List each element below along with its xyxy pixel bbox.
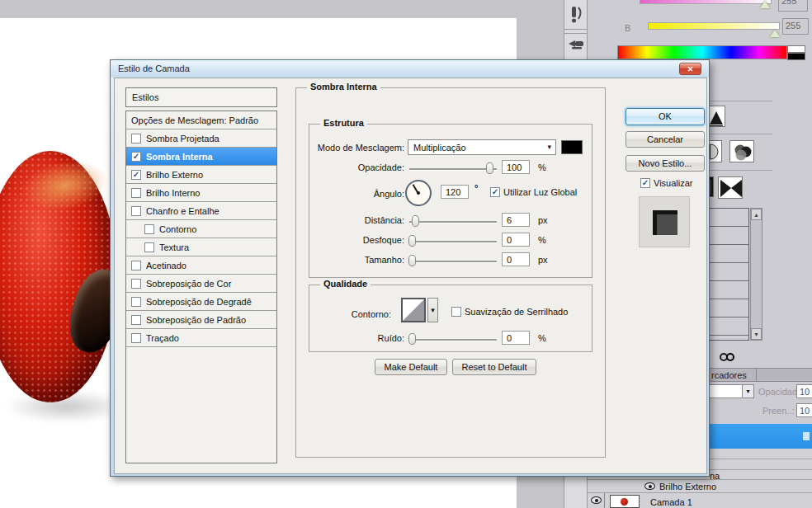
preview-checkbox[interactable]: ✓ — [640, 178, 650, 188]
layers-opacity-text: 10 — [800, 387, 810, 397]
style-list-item[interactable]: ✓Brilho Externo — [126, 166, 276, 184]
antialias-checkbox[interactable] — [451, 307, 461, 317]
style-list-item[interactable]: Traçado — [126, 329, 276, 347]
style-list-item[interactable]: Sobreposição de Cor — [126, 275, 276, 293]
distance-label: Distância: — [310, 215, 404, 225]
opacity-slider-track[interactable] — [409, 168, 497, 170]
style-list-item[interactable]: ✓Sombra Interna — [126, 148, 276, 166]
noise-value-box[interactable]: 0 — [502, 331, 530, 345]
eye-column — [589, 493, 605, 508]
style-item-checkbox[interactable]: ✓ — [131, 170, 141, 180]
opacity-value-text: 100 — [507, 162, 522, 172]
style-list-item[interactable]: Sobreposição de Degradê — [126, 293, 276, 311]
size-slider-track[interactable] — [409, 261, 497, 262]
styles-header-box[interactable]: Estilos — [125, 87, 277, 107]
eye-icon[interactable] — [644, 482, 655, 490]
history-brush-tool-icon[interactable] — [569, 5, 583, 25]
style-list-item[interactable]: Sombra Projetada — [126, 129, 276, 148]
distance-value-box[interactable]: 6 — [502, 213, 530, 227]
layer-name[interactable]: Camada 1 — [650, 497, 692, 507]
color-slider-thumb-top[interactable] — [760, 1, 770, 8]
style-item-checkbox[interactable] — [131, 279, 141, 289]
use-global-light-checkbox[interactable]: ✓ — [490, 187, 500, 197]
noise-slider-thumb[interactable] — [408, 333, 416, 345]
adjustment-gradient-map-icon[interactable] — [718, 176, 743, 199]
layers-fill-value[interactable]: 10 — [796, 403, 812, 417]
angle-dial[interactable] — [405, 180, 432, 206]
style-list-item[interactable]: Acetinado — [126, 256, 276, 275]
choke-slider-thumb[interactable] — [408, 235, 416, 247]
inner-shadow-section-title: Sombra Interna — [307, 82, 380, 92]
blend-options-row[interactable]: Opções de Mesclagem: Padrão — [126, 111, 276, 129]
style-list-item[interactable]: Brilho Interno — [126, 184, 276, 202]
new-style-button[interactable]: Novo Estilo... — [626, 155, 705, 172]
tab-demarcadores[interactable]: rcadores — [711, 370, 747, 380]
blend-mode-value: Multiplicação — [413, 143, 466, 153]
distance-unit: px — [538, 215, 548, 225]
opacity-value-box[interactable]: 100 — [502, 160, 530, 174]
eye-icon[interactable] — [591, 496, 602, 504]
outer-glow-effect-row[interactable]: Brilho Externo — [659, 482, 716, 492]
b-slider-track[interactable] — [648, 22, 780, 30]
style-item-checkbox[interactable] — [131, 188, 141, 198]
contour-dropdown-arrow[interactable]: ▾ — [427, 298, 438, 322]
close-button[interactable]: ✕ — [679, 63, 701, 75]
reset-to-default-button[interactable]: Reset to Default — [452, 359, 536, 375]
b-slider-thumb[interactable] — [770, 30, 780, 37]
angle-value-text: 120 — [446, 187, 460, 197]
style-item-checkbox[interactable] — [131, 134, 141, 143]
style-item-checkbox[interactable]: ✓ — [131, 152, 141, 162]
make-default-button[interactable]: Make Default — [375, 359, 447, 375]
choke-value-box[interactable]: 0 — [502, 233, 530, 247]
contour-picker[interactable] — [401, 298, 426, 322]
style-list-item[interactable]: Chanfro e Entalhe — [126, 202, 276, 220]
style-list-item[interactable]: Sobreposição de Padrão — [126, 311, 276, 329]
row-divider — [588, 492, 812, 493]
color-value-top[interactable]: 255 — [778, 0, 808, 12]
size-value-box[interactable]: 0 — [502, 252, 530, 266]
distance-slider-thumb[interactable] — [412, 215, 419, 227]
scroll-down-arrow[interactable]: ▼ — [751, 328, 762, 340]
blend-mode-label: Modo de Mesclagem: — [310, 143, 404, 153]
distance-slider-track[interactable] — [409, 221, 497, 223]
style-item-label: Sombra Interna — [146, 152, 213, 162]
style-list-item[interactable]: Contorno — [126, 220, 276, 238]
style-list-item[interactable]: Textura — [126, 238, 276, 256]
contour-label: Contorno: — [304, 309, 391, 319]
angle-value-box[interactable]: 120 — [441, 185, 469, 199]
adjustment-color-balance-icon[interactable] — [729, 140, 754, 162]
contour-thumbnail — [403, 299, 424, 321]
blend-mode-arrow[interactable]: ▾ — [742, 384, 754, 398]
style-item-checkbox[interactable] — [131, 261, 141, 270]
white-swatch[interactable] — [787, 45, 805, 53]
choke-slider-track[interactable] — [409, 241, 497, 242]
b-value-box[interactable]: 255 — [782, 18, 809, 35]
style-item-label: Brilho Interno — [146, 188, 200, 198]
blend-mode-select[interactable]: Multiplicação ▾ — [408, 139, 556, 155]
style-item-checkbox[interactable] — [144, 242, 154, 252]
layers-opacity-value[interactable]: 10 — [796, 384, 812, 398]
ok-button[interactable]: OK — [626, 108, 705, 125]
style-item-checkbox[interactable] — [131, 206, 141, 216]
dialog-titlebar[interactable]: Estilo de Camada ✕ — [111, 60, 709, 78]
layer-thumbnail[interactable] — [610, 495, 640, 508]
noise-slider-track[interactable] — [409, 339, 497, 341]
style-item-checkbox[interactable] — [131, 297, 141, 307]
cancel-button[interactable]: Cancelar — [626, 131, 705, 148]
choke-value-text: 0 — [507, 235, 512, 245]
color-spectrum-ramp[interactable] — [617, 45, 787, 59]
scroll-up-arrow[interactable]: ▲ — [751, 209, 762, 220]
style-item-label: Acetinado — [146, 261, 186, 270]
shadow-color-swatch[interactable] — [561, 140, 583, 154]
brush-tool-icon[interactable] — [568, 37, 585, 52]
size-slider-thumb[interactable] — [408, 255, 416, 266]
adjustments-scrollbar[interactable]: ▲ ▼ — [750, 208, 762, 341]
style-item-checkbox[interactable] — [144, 224, 154, 234]
style-item-checkbox[interactable] — [131, 333, 141, 343]
style-item-checkbox[interactable] — [131, 315, 141, 325]
opacity-slider-thumb[interactable] — [486, 162, 493, 174]
panel-footer-icon[interactable] — [726, 353, 734, 361]
color-slider-track-top[interactable] — [640, 0, 772, 4]
dialog-content: Estilos Opções de Mesclagem: Padrão Somb… — [114, 78, 707, 474]
black-swatch[interactable] — [787, 53, 805, 60]
